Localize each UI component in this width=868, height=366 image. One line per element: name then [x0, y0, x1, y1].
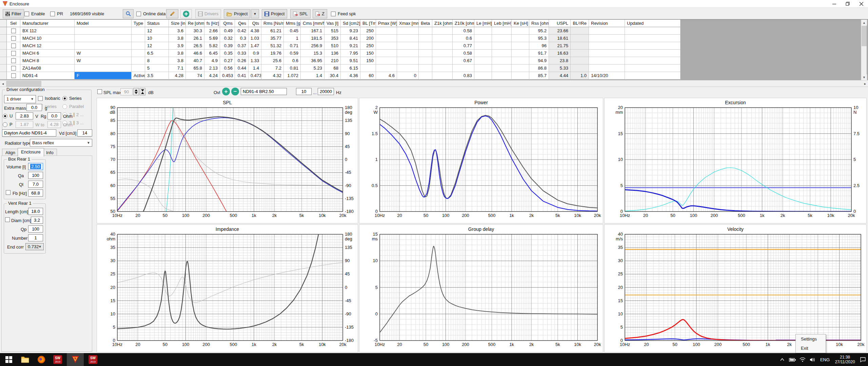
- cell-cms[interactable]: 15.3: [301, 50, 324, 57]
- cell-bl2re[interactable]: [571, 35, 589, 42]
- cell-z1k[interactable]: [432, 57, 453, 65]
- isobaric-checkbox[interactable]: Isobaric: [38, 96, 60, 101]
- cell-updated[interactable]: [625, 57, 680, 65]
- driver-name-field[interactable]: [2, 129, 56, 136]
- voltage-radio[interactable]: U: [3, 113, 13, 118]
- cell-beta[interactable]: [419, 50, 432, 57]
- table-vertical-scrollbar[interactable]: ▲ ▼: [861, 20, 867, 80]
- row-select-checkbox[interactable]: [11, 29, 16, 33]
- cell-size[interactable]: 3.6: [169, 27, 186, 35]
- open-project-dropdown[interactable]: ▼: [251, 9, 259, 18]
- qa-input[interactable]: [28, 172, 43, 179]
- cell-uspl[interactable]: 21.75: [549, 42, 571, 50]
- cell-mms[interactable]: 1: [284, 35, 301, 42]
- cell-cms[interactable]: 256.9: [301, 42, 324, 50]
- cell-rss[interactable]: 91.7: [529, 50, 549, 57]
- scrollbar-thumb[interactable]: [862, 26, 867, 46]
- column-header-model[interactable]: Model: [75, 20, 132, 27]
- cell-qms[interactable]: 0.453: [220, 72, 235, 79]
- cell-rss[interactable]: 95.3: [529, 35, 549, 42]
- cell-sd[interactable]: 7.95: [341, 50, 360, 57]
- cell-rms[interactable]: 4.32: [261, 72, 284, 79]
- cell-sel[interactable]: [7, 65, 20, 72]
- cell-rowhead[interactable]: [0, 72, 7, 79]
- feed-spk-checkbox-box[interactable]: [331, 12, 336, 16]
- add-driver-button[interactable]: [180, 9, 192, 18]
- cell-sd[interactable]: 6.15: [341, 65, 360, 72]
- cell-qms[interactable]: 0.49: [220, 27, 235, 35]
- cell-xmax[interactable]: [397, 42, 419, 50]
- column-header-bl[interactable]: BL [Tm]: [360, 20, 376, 27]
- file-explorer-icon[interactable]: [17, 353, 33, 366]
- chart-plot-area[interactable]: 40ohm35302520151050180deg13590450-45-90-…: [97, 225, 358, 352]
- table-row[interactable]: MACH 8W83.840.74.90.270.261.3325.60.636.…: [0, 57, 868, 65]
- extra-mass-input[interactable]: [26, 104, 42, 111]
- cell-qts[interactable]: 1.47: [249, 42, 261, 50]
- cell-ke[interactable]: [512, 57, 529, 65]
- cell-uspl[interactable]: 23.66: [549, 27, 571, 35]
- cell-mms[interactable]: 0.6: [284, 57, 301, 65]
- enable-checkbox-box[interactable]: [24, 12, 29, 16]
- vent-number-input[interactable]: [28, 234, 43, 241]
- column-header-leb[interactable]: Leb [mH]: [492, 20, 512, 27]
- cell-updated[interactable]: [625, 50, 680, 57]
- cell-updated[interactable]: [625, 35, 680, 42]
- table-horizontal-scrollbar[interactable]: ◄ ►: [0, 80, 868, 87]
- qp-input[interactable]: [28, 225, 43, 233]
- cell-beta[interactable]: [419, 72, 432, 79]
- cell-rss[interactable]: 96: [529, 42, 549, 50]
- cell-rss[interactable]: 95.2: [529, 27, 549, 35]
- cell-xmax[interactable]: [397, 65, 419, 72]
- cell-z10k[interactable]: [453, 65, 474, 72]
- cell-size[interactable]: 3.8: [169, 50, 186, 57]
- cell-ke[interactable]: [512, 42, 529, 50]
- cell-bl[interactable]: 150: [360, 50, 376, 57]
- isobaric-checkbox-box[interactable]: [38, 96, 43, 101]
- tab-align[interactable]: Align: [2, 149, 19, 156]
- cell-status[interactable]: 8: [145, 57, 169, 65]
- cell-qts[interactable]: 4.38: [249, 27, 261, 35]
- chart-plot-area[interactable]: 20mm15105010N7.552.5010Hz20501002005001k…: [605, 98, 866, 223]
- cell-z1k[interactable]: [432, 50, 453, 57]
- scrollbar-thumb[interactable]: [6, 81, 41, 87]
- cell-bl[interactable]: 200: [360, 35, 376, 42]
- column-header-uspl[interactable]: USPL: [549, 20, 571, 27]
- cell-type[interactable]: Active: [132, 72, 145, 79]
- chart-plot-area[interactable]: 90dB8580757065605550180deg13590450-45-90…: [97, 98, 358, 223]
- column-header-pmax[interactable]: Pmax [W]: [376, 20, 397, 27]
- cell-manufacturer[interactable]: MACH 8: [20, 57, 75, 65]
- volume-input[interactable]: 2.50: [28, 163, 43, 170]
- cell-cms[interactable]: 1.4: [301, 72, 324, 79]
- vd-input[interactable]: [77, 129, 92, 136]
- cell-model[interactable]: [75, 42, 132, 50]
- cell-size[interactable]: 3.8: [169, 35, 186, 42]
- search-button[interactable]: [123, 9, 134, 18]
- cell-xmax[interactable]: [397, 35, 419, 42]
- power-radio-button[interactable]: [3, 122, 7, 127]
- cell-mms[interactable]: 0.71: [284, 42, 301, 50]
- cell-manufacturer[interactable]: MACH 12: [20, 42, 75, 50]
- tab-enclosure[interactable]: Enclosure: [18, 148, 44, 157]
- cell-mms[interactable]: 0.81: [284, 65, 301, 72]
- enable-checkbox[interactable]: Enable: [24, 11, 45, 16]
- cell-rss[interactable]: 85.7: [529, 72, 549, 79]
- save-project-button[interactable]: Project: [262, 9, 287, 18]
- cell-uspl[interactable]: 4.44: [549, 72, 571, 79]
- overlay-add-button[interactable]: +: [222, 88, 230, 95]
- enclosure-app-icon[interactable]: [67, 353, 84, 366]
- column-header-sel[interactable]: Sel: [7, 20, 20, 27]
- cell-uspl[interactable]: 16.63: [549, 50, 571, 57]
- cell-rss[interactable]: 86.8: [529, 65, 549, 72]
- cell-updated[interactable]: [625, 72, 680, 79]
- cell-ke[interactable]: [512, 50, 529, 57]
- cell-z10k[interactable]: 0.6: [453, 35, 474, 42]
- cell-sel[interactable]: [7, 35, 20, 42]
- cell-revision[interactable]: [589, 35, 625, 42]
- scroll-down-arrow[interactable]: ▼: [861, 74, 867, 80]
- cell-rowhead[interactable]: [0, 57, 7, 65]
- cell-le[interactable]: [474, 57, 492, 65]
- cell-re[interactable]: 65.8: [186, 65, 204, 72]
- cell-sd[interactable]: 4.36: [341, 72, 360, 79]
- cell-qes[interactable]: 0.42: [235, 27, 249, 35]
- column-header-qms[interactable]: Qms: [220, 20, 235, 27]
